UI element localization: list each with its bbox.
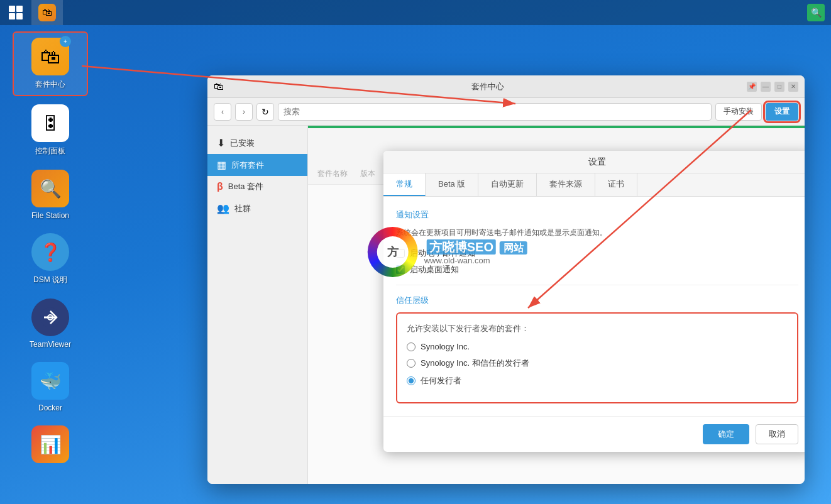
dsm-label: DSM 说明 — [33, 275, 67, 285]
sidebar-all-label: 所有套件 — [231, 160, 264, 171]
radio-synology-trusted-row: Synology Inc. 和信任的发行者 — [407, 358, 788, 369]
all-icon: ▦ — [217, 159, 226, 171]
filestation-label: File Station — [31, 211, 69, 220]
desktop-icon-extra[interactable]: 📊 — [13, 420, 88, 472]
tab-general[interactable]: 常规 — [383, 173, 426, 196]
radio-synology-only-row: Synology Inc. — [407, 342, 788, 351]
beta-icon: β — [217, 181, 223, 192]
teamviewer-label: TeamViewer — [30, 340, 71, 349]
pkgcenter-label: 套件中心 — [35, 79, 65, 90]
sidebar-item-installed[interactable]: ⬇ 已安装 — [207, 132, 307, 154]
pkgcenter-window: 🛍 套件中心 📌 — □ ✕ ‹ › ↻ 手动安装 设置 ⬇ 已安装 — [207, 75, 805, 484]
pkgcenter-icon-img: 🛍 + — [31, 38, 69, 75]
corner-search-icon[interactable]: 🔍 — [807, 4, 825, 21]
radio-synology-trusted-label: Synology Inc. 和信任的发行者 — [421, 358, 529, 369]
pkg-badge: + — [60, 36, 71, 47]
radio-synology-only-label: Synology Inc. — [421, 342, 470, 351]
radio-any-publisher[interactable] — [407, 376, 416, 385]
cancel-button[interactable]: 取消 — [756, 424, 798, 444]
grid-icon — [9, 6, 23, 19]
section-divider — [396, 285, 798, 285]
dsm-icon-img: ❓ — [31, 233, 69, 271]
radio-synology-trusted[interactable] — [407, 359, 416, 368]
dialog-titlebar: 设置 — [383, 151, 805, 173]
trust-publisher-label: 允许安装以下发行者发布的套件： — [407, 323, 788, 334]
search-input[interactable] — [278, 103, 712, 121]
taskbar-home-button[interactable] — [0, 0, 31, 25]
refresh-button[interactable]: ↻ — [256, 103, 274, 121]
email-notification-checkbox[interactable] — [396, 249, 405, 258]
extra-icon-img: 📊 — [31, 425, 69, 463]
progress-bar — [308, 126, 805, 128]
window-title: 套件中心 — [229, 81, 747, 92]
sidebar-community-label: 社群 — [234, 203, 251, 214]
back-icon: ‹ — [221, 107, 224, 116]
tab-source[interactable]: 套件来源 — [537, 173, 595, 196]
desktop-icon-controlpanel[interactable]: 🎛 控制面板 — [13, 99, 88, 162]
manual-install-button[interactable]: 手动安装 — [715, 103, 762, 121]
pkgcenter-taskbar-icon: 🛍 — [38, 4, 56, 21]
search-corner-letter: 🔍 — [811, 8, 822, 18]
taskbar-pkgcenter-button[interactable]: 🛍 — [31, 0, 63, 25]
sidebar-installed-label: 已安装 — [230, 138, 255, 149]
desktop-icon-docker[interactable]: 🐳 Docker — [13, 357, 88, 417]
window-controls: 📌 — □ ✕ — [747, 82, 798, 92]
settings-dialog: 设置 常规 Beta 版 自动更新 套件来源 证书 通知设置 系统会在更新项目可… — [383, 151, 805, 452]
back-button[interactable]: ‹ — [214, 103, 231, 121]
dialog-tabs: 常规 Beta 版 自动更新 套件来源 证书 — [383, 173, 805, 197]
tab-autoupdate[interactable]: 自动更新 — [478, 173, 537, 196]
filestation-icon-img: 🔍 — [31, 170, 69, 207]
docker-label: Docker — [38, 403, 62, 412]
tab-cert[interactable]: 证书 — [595, 173, 637, 196]
sidebar-beta-label: Beta 套件 — [228, 181, 263, 192]
tab-beta[interactable]: Beta 版 — [426, 173, 478, 196]
desktop-icon-teamviewer[interactable]: TeamViewer — [13, 293, 88, 354]
desktop-icon-pkgcenter[interactable]: 🛍 + 套件中心 — [13, 31, 88, 96]
window-pin-button[interactable]: 📌 — [747, 82, 757, 92]
email-notification-row: 启动电子邮件通知 — [396, 248, 798, 259]
taskbar-right: 🔍 — [807, 4, 831, 21]
window-titlebar: 🛍 套件中心 📌 — □ ✕ — [207, 75, 805, 98]
window-title-icon: 🛍 — [214, 81, 224, 92]
forward-icon: › — [243, 107, 245, 116]
window-body: ⬇ 已安装 ▦ 所有套件 β Beta 套件 👥 社群 套件 — [207, 126, 805, 484]
dialog-title: 设置 — [588, 156, 606, 168]
controlpanel-label: 控制面板 — [35, 146, 65, 156]
window-main-area: 套件名称 版本 状态 设置 常规 Beta 版 自动更新 套件来源 证书 — [308, 126, 805, 484]
desktop-icon-list: 🛍 + 套件中心 🎛 控制面板 🔍 File Station ❓ DSM 说明 — [0, 25, 101, 504]
notification-desc: 系统会在更新项目可用时寄送电子邮件通知或是显示桌面通知。 — [396, 227, 798, 238]
settings-button[interactable]: 设置 — [766, 103, 798, 121]
radio-any-publisher-label: 任何发行者 — [421, 375, 461, 386]
window-close-button[interactable]: ✕ — [788, 82, 798, 92]
window-maximize-button[interactable]: □ — [774, 82, 784, 92]
desktop-notification-row: 启动桌面通知 — [396, 264, 798, 275]
trust-level-box: 允许安装以下发行者发布的套件： Synology Inc. Synology I… — [396, 312, 798, 403]
dialog-footer: 确定 取消 — [383, 416, 805, 452]
desktop-icon-filestation[interactable]: 🔍 File Station — [13, 165, 88, 225]
dialog-content: 通知设置 系统会在更新项目可用时寄送电子邮件通知或是显示桌面通知。 启动电子邮件… — [383, 197, 805, 416]
radio-any-publisher-row: 任何发行者 — [407, 375, 788, 386]
forward-button[interactable]: › — [235, 103, 253, 121]
desktop-icon-dsm[interactable]: ❓ DSM 说明 — [13, 228, 88, 290]
desktop-notification-label: 启动桌面通知 — [410, 264, 459, 275]
sidebar-item-beta[interactable]: β Beta 套件 — [207, 176, 307, 197]
email-notification-label: 启动电子邮件通知 — [410, 248, 475, 259]
docker-icon-img: 🐳 — [31, 362, 69, 400]
window-sidebar: ⬇ 已安装 ▦ 所有套件 β Beta 套件 👥 社群 — [207, 126, 308, 484]
community-icon: 👥 — [217, 202, 229, 214]
window-toolbar: ‹ › ↻ 手动安装 设置 — [207, 98, 805, 126]
confirm-button[interactable]: 确定 — [703, 424, 749, 444]
window-minimize-button[interactable]: — — [761, 82, 771, 92]
controlpanel-icon-img: 🎛 — [31, 104, 69, 142]
notification-section-title: 通知设置 — [396, 209, 798, 221]
sidebar-item-community[interactable]: 👥 社群 — [207, 197, 307, 219]
desktop-notification-checkbox[interactable] — [396, 265, 405, 274]
installed-icon: ⬇ — [217, 137, 225, 149]
refresh-icon: ↻ — [261, 107, 269, 117]
taskbar: 🛍 🔍 — [0, 0, 831, 25]
trust-section-title: 信任层级 — [396, 295, 798, 306]
teamviewer-icon-img — [31, 299, 69, 336]
sidebar-item-all[interactable]: ▦ 所有套件 — [207, 154, 307, 176]
radio-synology-only[interactable] — [407, 342, 416, 351]
